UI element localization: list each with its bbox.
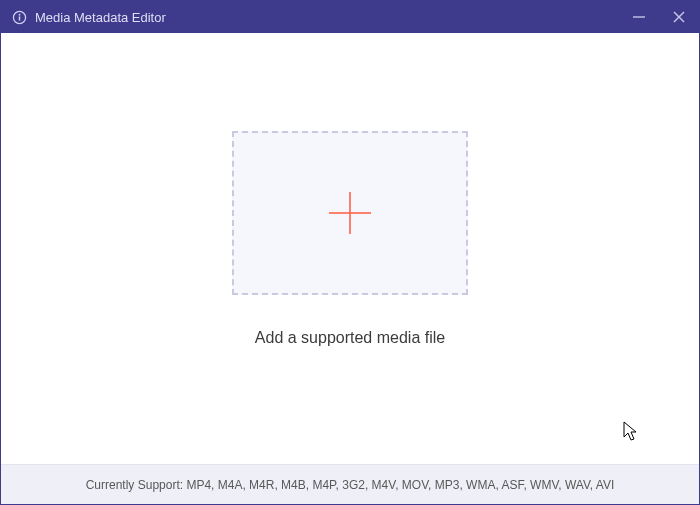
svg-point-1 — [18, 13, 20, 15]
dropzone-prompt: Add a supported media file — [255, 329, 445, 347]
app-info-icon — [11, 9, 27, 25]
window-title: Media Metadata Editor — [35, 10, 629, 25]
window-controls — [629, 7, 689, 27]
titlebar: Media Metadata Editor — [1, 1, 699, 33]
add-media-dropzone[interactable] — [232, 131, 468, 295]
app-window: Media Metadata Editor — [0, 0, 700, 505]
minimize-button[interactable] — [629, 7, 649, 27]
main-area: Add a supported media file — [1, 33, 699, 464]
close-button[interactable] — [669, 7, 689, 27]
supported-formats-footer: Currently Support: MP4, M4A, M4R, M4B, M… — [1, 464, 699, 504]
client-area: Add a supported media file Currently Sup… — [1, 33, 699, 504]
plus-icon — [327, 190, 373, 236]
supported-formats-text: Currently Support: MP4, M4A, M4R, M4B, M… — [86, 478, 615, 492]
svg-rect-2 — [18, 16, 20, 20]
